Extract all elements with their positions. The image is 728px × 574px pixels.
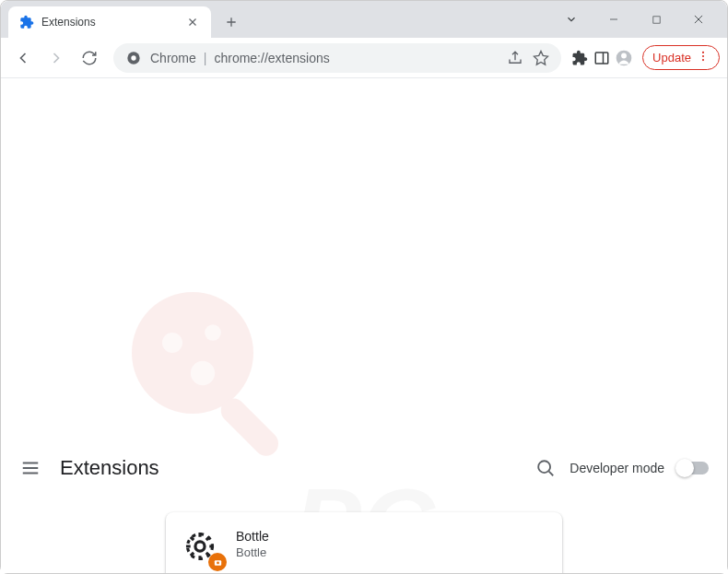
address-bar[interactable]: Chrome | chrome://extensions [113,43,561,73]
svg-point-11 [205,324,221,341]
page-title: Extensions [60,456,159,480]
minimize-button[interactable] [593,1,635,38]
share-icon[interactable] [506,49,524,67]
svg-point-7 [702,55,704,57]
extension-name: Bottle [236,529,269,544]
svg-point-9 [132,292,253,414]
developer-mode-toggle[interactable] [677,462,709,474]
menu-dots-icon [697,50,710,65]
extension-puzzle-icon [19,15,34,29]
extensions-puzzle-icon[interactable] [570,49,589,67]
profile-avatar-icon[interactable] [615,49,633,67]
tab-strip: Extensions [1,1,550,38]
svg-point-10 [162,333,182,353]
developer-mode-label: Developer mode [569,461,664,475]
omnibox-url: chrome://extensions [214,51,329,65]
extension-badge-icon [208,553,227,571]
svg-point-14 [538,461,550,473]
omnibox-prefix: Chrome [150,51,196,65]
svg-point-2 [131,55,135,60]
svg-point-15 [195,542,205,551]
close-window-button[interactable] [677,1,720,38]
extension-description: Bottle [236,545,269,559]
svg-point-12 [191,361,215,385]
new-tab-button[interactable] [218,9,244,35]
titlebar: Extensions [1,1,727,38]
omnibox-separator: | [204,51,207,65]
extension-card: Bottle Bottle Details Remove [166,512,562,573]
page-header: Extensions Developer mode [1,442,727,494]
svg-rect-3 [595,53,608,64]
update-button[interactable]: Update [642,45,720,70]
tab-title: Extensions [41,16,178,29]
close-tab-icon[interactable] [185,15,200,29]
forward-button[interactable] [41,43,71,73]
browser-toolbar: Chrome | chrome://extensions Update [1,38,727,78]
chevron-down-icon[interactable] [550,1,593,38]
svg-rect-0 [652,16,659,22]
menu-hamburger-icon[interactable] [19,457,41,479]
omnibox-text: Chrome | chrome://extensions [150,51,330,65]
maximize-button[interactable] [635,1,677,38]
reload-button[interactable] [75,43,104,73]
svg-point-18 [217,561,219,564]
extensions-list: Bottle Bottle Details Remove [1,494,727,573]
svg-point-5 [621,53,627,58]
svg-point-6 [702,52,704,53]
chrome-logo-icon [124,49,143,67]
browser-tab[interactable]: Extensions [8,6,211,38]
back-button[interactable] [8,43,38,73]
svg-point-8 [702,59,704,61]
side-panel-icon[interactable] [593,49,611,67]
extensions-page: PC risk.com Extensions Developer mode [1,78,727,573]
window-controls [550,1,727,38]
extension-icon [182,529,219,566]
bookmark-star-icon[interactable] [532,49,550,67]
update-label: Update [652,51,691,64]
search-icon[interactable] [534,457,557,479]
